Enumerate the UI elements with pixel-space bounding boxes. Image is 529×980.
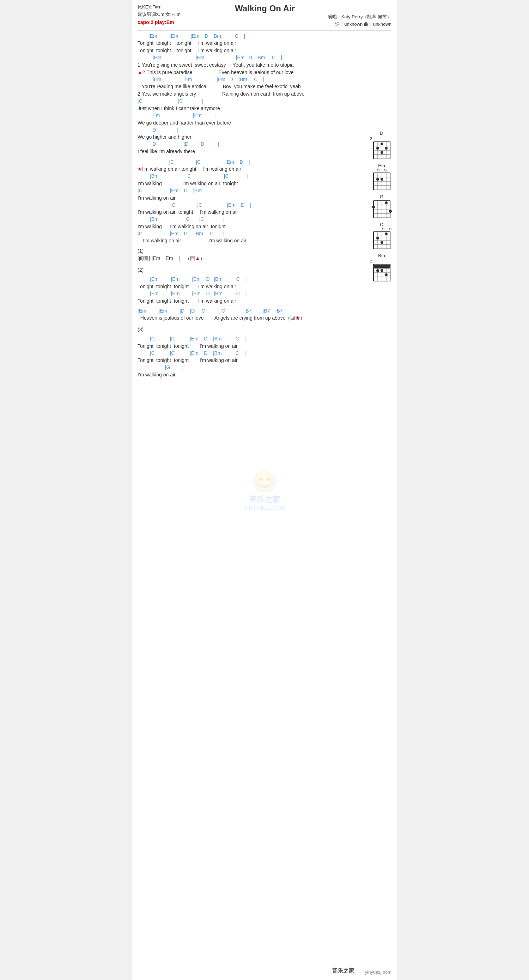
chord-name-Em: Em <box>378 163 385 168</box>
chord-line-9: |Bm C |C | <box>138 173 370 180</box>
chord-diagram-Bm: Bm 2 <box>370 253 393 282</box>
chord-grid-Em <box>370 172 393 191</box>
chord-grid-Bm <box>370 264 393 282</box>
section-1-label: (1) <box>138 247 370 255</box>
divider-1 <box>138 30 391 31</box>
lyric-line-4: ▲2.This is pure paradise Even heaven is … <box>138 69 370 76</box>
svg-point-25 <box>381 178 383 181</box>
chord-fret-Bm: 2 <box>370 259 372 263</box>
open-string-C <box>382 228 384 231</box>
chord-line-s3-3: |G | <box>138 364 370 371</box>
chord-line-5: |Em |Em | <box>138 112 370 119</box>
chord-line-13: |C |Em D |Bm C | <box>138 231 370 237</box>
chord-line-s2-2: |Em |Em |Em D |Bm C | <box>138 290 370 298</box>
lyric-line-8: We go deeper and harder than ever before <box>138 119 370 127</box>
chord-diagram-D: D 2 <box>370 130 393 159</box>
svg-point-50 <box>376 237 379 240</box>
performer: 演唱：Katy Perry（凯蒂·佩芮） <box>327 13 391 21</box>
section-2-label: (2) <box>138 266 370 274</box>
logo-bottom-url: yinyuezj.com <box>365 969 391 975</box>
chord-line-8: |C |C |Em D | <box>138 159 370 166</box>
svg-point-24 <box>376 178 379 181</box>
chord-line-4: |C |C | <box>138 98 370 105</box>
chord-name-Bm: Bm <box>378 253 385 258</box>
open-string-2 <box>384 169 386 172</box>
svg-point-65 <box>385 274 388 276</box>
chord-line-s3-1: |C |C |Em D |Bm C | <box>138 336 370 342</box>
key-original: 原KEY:F#m <box>138 3 181 11</box>
chord-name-G: G <box>380 194 383 199</box>
svg-point-49 <box>385 232 388 235</box>
section-1-content: [间奏] |Em |Em | （回▲） <box>138 255 370 262</box>
lyric-s3-3: I'm walking on air <box>138 371 370 379</box>
lyric-line-9: We go higher and higher <box>138 134 370 141</box>
song-title: Walking On Air <box>180 3 349 13</box>
lyric-line-7: Just when I think I can't take anymore <box>138 105 370 112</box>
main-content: |Em |Em |Em D |Bm C | Tonight tonight to… <box>138 33 370 379</box>
chord-line-10: |C |Em D |Bm <box>138 187 370 194</box>
chord-line-11: |C |C |Em D | <box>138 202 370 209</box>
open-string-C2 <box>389 228 391 231</box>
chord-line-s2-3: |Em |Em |D |D |C |C |B7 |B7 |B7 | <box>138 308 370 315</box>
svg-point-10 <box>381 143 383 145</box>
chord-grid-D <box>370 141 393 159</box>
capo-info: capo:2 play:Em <box>138 18 181 26</box>
svg-point-13 <box>381 151 383 154</box>
chord-diagram-C: C <box>370 222 393 250</box>
chord-line-7: |D |D |D | <box>138 141 370 148</box>
lyric-line-11: ★I'm walking on air tonight I'm walking … <box>138 165 370 173</box>
meta-right: 演唱：Katy Perry（凯蒂·佩芮） 詞：unknown 曲：unknown <box>327 13 391 28</box>
svg-point-36 <box>372 206 375 208</box>
svg-point-11 <box>385 147 388 150</box>
lyric-line-15: I'm walking I'm walking on air tonight <box>138 223 370 231</box>
svg-point-37 <box>385 201 388 204</box>
svg-rect-62 <box>373 265 391 268</box>
lyric-line-12: I'm walking I'm walking on air tonight <box>138 180 370 187</box>
svg-point-51 <box>381 241 383 244</box>
svg-point-12 <box>376 147 379 150</box>
svg-point-38 <box>389 210 392 213</box>
lyric-line-2: Tonight tonight tonight I'm walking on a… <box>138 47 370 54</box>
lyric-s2-2: Tonight tonight tonight I'm walking on a… <box>138 298 370 305</box>
chord-grid-C <box>370 231 393 250</box>
header: 原KEY:F#m 建议男调:Cm 女:F#m capo:2 play:Em Wa… <box>138 3 391 28</box>
chord-name-C: C <box>380 222 383 227</box>
chord-line-s2-1: |Em |Em |Em D |Bm C | <box>138 276 370 283</box>
lyric-line-3: 1.You're giving me sweet sweet ecstasy Y… <box>138 61 370 69</box>
chord-line-3: |Em |Em |Em D |Bm C | <box>138 76 370 83</box>
section-3-label: (3) <box>138 326 370 333</box>
key-suggestion: 建议男调:Cm 女:F#m <box>138 11 181 18</box>
lyric-line-14: I'm walking on air tonight I'm walking o… <box>138 208 370 216</box>
lyric-line-16: I'm walking on air I'm walking on air <box>138 237 370 245</box>
chord-diagram-G: G <box>370 194 393 218</box>
lyric-line-10: I feel like I'm already there <box>138 148 370 155</box>
svg-point-63 <box>376 269 379 272</box>
open-string-1 <box>377 169 380 172</box>
chord-line-s3-2: |C |C |Em D |Bm C | <box>138 350 370 357</box>
lyric-line-5: 1.You're reading me like erotica Boy you… <box>138 83 370 90</box>
lyric-s2-1: Tonight tonight tonight I'm walking on a… <box>138 283 370 290</box>
lyric-s2-3: Heaven is jealous of our love Angels are… <box>138 314 370 322</box>
lyric-line-6: 2.Yes, we make angels cry Raining down o… <box>138 90 370 98</box>
chord-grid-G <box>370 200 393 218</box>
chord-fret-D: 2 <box>370 137 372 141</box>
chord-line-12: |Bm C |C | <box>138 216 370 223</box>
lyric-line-13: I'm walking on air <box>138 194 370 202</box>
svg-point-64 <box>381 269 383 272</box>
chord-diagram-Em: Em <box>370 163 393 191</box>
guitar-diagrams: D 2 Em <box>370 130 393 282</box>
watermark: 😊 音乐之家 YINYUEZJ.COM <box>243 469 285 511</box>
lyric-line-1: Tonight tonight tonight I'm walking on a… <box>138 40 370 47</box>
chord-line-1: |Em |Em |Em D |Bm C | <box>138 33 370 40</box>
chord-line-6: |D | <box>138 127 370 134</box>
chord-line-2: |Em |Em |Em D |Bm C | <box>138 54 370 61</box>
lyric-s3-1: Tonight tonight tonight I'm walking on a… <box>138 342 370 350</box>
chord-name-D: D <box>380 130 383 136</box>
logo-bottom-music: 音乐之家 <box>332 967 354 975</box>
meta-left: 原KEY:F#m 建议男调:Cm 女:F#m capo:2 play:Em <box>138 3 181 26</box>
lyric-s3-2: Tonight tonight tonight I'm walking on a… <box>138 356 370 364</box>
credits: 詞：unknown 曲：unknown <box>327 21 391 28</box>
